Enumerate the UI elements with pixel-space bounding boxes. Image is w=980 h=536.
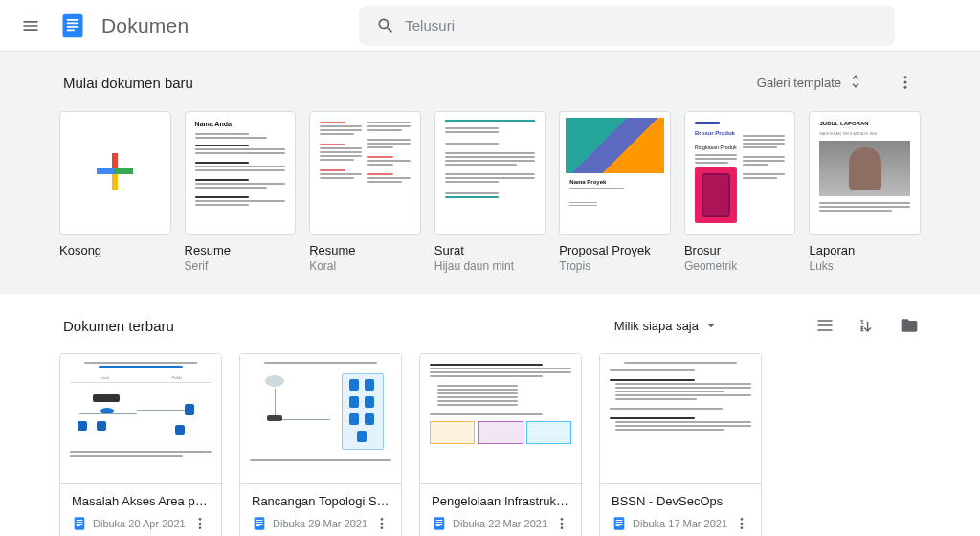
divider — [880, 71, 880, 94]
template-name: Surat — [434, 243, 546, 257]
svg-rect-40 — [616, 525, 620, 526]
template-name: Brosur — [684, 243, 796, 257]
doc-date: Dibuka 17 Mar 2021 — [633, 518, 727, 529]
template-proposal[interactable]: Nama Proyek Proposal Proyek Tropis — [559, 111, 671, 273]
svg-rect-3 — [67, 26, 78, 28]
more-vert-icon — [374, 516, 390, 531]
svg-rect-39 — [616, 524, 623, 525]
svg-point-17 — [199, 518, 202, 521]
open-file-picker-button[interactable] — [898, 314, 921, 337]
svg-point-42 — [740, 523, 743, 525]
template-surat[interactable]: Surat Hijau daun mint — [434, 111, 546, 273]
doc-preview: LocalPublic — [60, 354, 221, 484]
template-blank[interactable]: Kosong — [59, 111, 171, 273]
search-bar[interactable] — [359, 6, 895, 46]
docs-file-icon — [72, 516, 87, 531]
svg-rect-15 — [77, 524, 83, 525]
svg-rect-32 — [436, 525, 440, 526]
list-view-button[interactable] — [813, 314, 836, 337]
template-name: Resume — [185, 243, 297, 257]
svg-point-41 — [740, 518, 743, 521]
svg-point-43 — [740, 526, 743, 529]
more-vert-icon — [734, 516, 749, 531]
template-name: Resume — [309, 243, 421, 257]
doc-date: Dibuka 29 Mar 2021 — [273, 518, 368, 529]
doc-title: Pengelolaan Infrastruktur... — [432, 494, 569, 508]
arrow-drop-down-icon — [702, 317, 720, 334]
template-sub: Luks — [809, 259, 921, 273]
app-header: Dokumen — [0, 0, 980, 52]
doc-preview — [420, 354, 581, 484]
doc-more-button[interactable] — [733, 514, 749, 533]
template-sub: Hijau daun mint — [434, 259, 546, 273]
svg-point-27 — [380, 526, 383, 529]
template-gallery: Mulai dokumen baru Galeri template — [0, 52, 980, 294]
folder-icon — [900, 316, 919, 335]
template-sub: Koral — [309, 259, 421, 273]
template-sub: Tropis — [559, 259, 671, 273]
doc-card[interactable]: Pengelolaan Infrastruktur... Dibuka 22 M… — [419, 353, 582, 536]
svg-point-33 — [560, 518, 563, 521]
svg-point-19 — [199, 526, 202, 529]
sort-button[interactable] — [856, 314, 879, 337]
svg-point-25 — [380, 518, 383, 521]
doc-date: Dibuka 20 Apr 2021 — [93, 518, 186, 529]
recent-section-title: Dokumen terbaru — [63, 318, 174, 334]
templates-section-title: Mulai dokumen baru — [63, 75, 193, 91]
svg-rect-23 — [256, 524, 263, 525]
search-input[interactable] — [405, 17, 887, 34]
more-vert-icon — [897, 74, 914, 91]
svg-rect-29 — [436, 520, 443, 521]
doc-more-button[interactable] — [553, 514, 569, 533]
template-name: Kosong — [59, 243, 171, 257]
svg-point-34 — [560, 523, 563, 525]
main-menu-button[interactable] — [11, 7, 50, 45]
template-brosur[interactable]: Brosur Produk Ringkasan Produk — [684, 111, 796, 273]
plus-icon — [93, 149, 137, 197]
template-resume-koral[interactable]: Resume Koral — [309, 111, 421, 273]
template-name: Proposal Proyek — [559, 243, 671, 257]
docs-file-icon — [432, 516, 447, 531]
menu-icon — [21, 16, 40, 35]
svg-rect-22 — [256, 522, 263, 523]
template-gallery-toggle[interactable]: Galeri template — [751, 69, 870, 97]
svg-point-6 — [904, 81, 907, 84]
sort-az-icon — [858, 316, 877, 335]
doc-more-button[interactable] — [191, 514, 210, 533]
recent-documents: Dokumen terbaru Milik siapa saja LocalPu… — [50, 294, 930, 536]
docs-logo-icon — [57, 11, 88, 41]
svg-rect-4 — [67, 29, 75, 31]
svg-point-5 — [904, 76, 907, 78]
template-laporan[interactable]: JUDUL LAPORAN MASUKKAN TEKS ANDA DI SINI… — [809, 111, 921, 273]
svg-rect-11 — [115, 168, 133, 174]
doc-more-button[interactable] — [373, 514, 390, 533]
doc-card[interactable]: Rancangan Topologi Serv... Dibuka 29 Mar… — [239, 353, 402, 536]
docs-file-icon — [612, 516, 627, 531]
more-vert-icon — [554, 516, 569, 531]
list-view-icon — [815, 316, 835, 335]
svg-rect-37 — [616, 520, 623, 521]
unfold-icon — [847, 73, 864, 93]
templates-more-button[interactable] — [890, 67, 921, 98]
template-resume-serif[interactable]: Nama Anda Resume Serif — [185, 111, 297, 273]
template-sub: Serif — [185, 259, 297, 273]
doc-date: Dibuka 22 Mar 2021 — [453, 518, 547, 529]
svg-rect-31 — [436, 524, 443, 525]
doc-title: Masalah Akses Area pada ... — [72, 494, 210, 508]
owner-filter-label: Milik siapa saja — [614, 319, 699, 333]
more-vert-icon — [192, 516, 208, 531]
svg-rect-38 — [616, 522, 623, 523]
svg-point-7 — [904, 86, 907, 89]
svg-point-35 — [560, 526, 563, 529]
app-title: Dokumen — [101, 14, 189, 37]
docs-file-icon — [252, 516, 267, 531]
svg-point-18 — [199, 523, 202, 525]
doc-card[interactable]: BSSN - DevSecOps Dibuka 17 Mar 2021 — [599, 353, 762, 536]
doc-card[interactable]: LocalPublic Masalah Akses Area pada ... — [59, 353, 222, 536]
template-sub: Geometrik — [684, 259, 796, 273]
owner-filter-dropdown[interactable]: Milik siapa saja — [607, 313, 727, 338]
svg-rect-14 — [77, 522, 83, 523]
svg-rect-24 — [256, 525, 260, 526]
svg-rect-16 — [77, 525, 80, 526]
svg-rect-13 — [77, 520, 83, 521]
